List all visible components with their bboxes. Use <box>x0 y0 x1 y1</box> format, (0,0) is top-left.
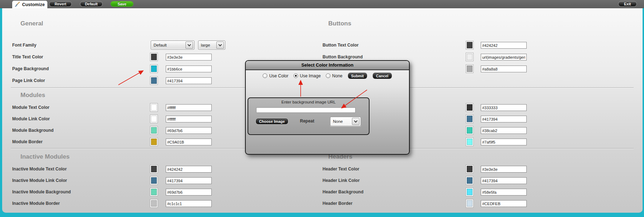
color-swatch[interactable] <box>466 176 474 185</box>
color-swatch[interactable] <box>150 199 158 208</box>
default-button[interactable]: Default <box>80 1 103 7</box>
background-image-url-input[interactable] <box>256 107 356 113</box>
color-swatch[interactable] <box>466 165 474 173</box>
section-heading: Modules <box>20 92 45 99</box>
choose-image-button[interactable]: Choose Image <box>255 118 288 125</box>
submit-button[interactable]: Submit <box>348 72 368 79</box>
swatch-color <box>467 166 473 172</box>
color-swatch[interactable] <box>150 188 158 196</box>
radio-use-image[interactable]: Use Image <box>293 73 321 78</box>
save-button[interactable]: Save <box>111 1 133 7</box>
color-swatch[interactable] <box>150 76 158 85</box>
swatch-color <box>467 139 473 145</box>
hex-input[interactable] <box>481 42 527 49</box>
hex-input[interactable] <box>481 54 527 61</box>
row-label: Header Border <box>323 201 352 206</box>
hex-input[interactable] <box>481 139 527 145</box>
hex-input[interactable] <box>481 66 527 72</box>
row-label: Page Background <box>12 66 49 71</box>
color-swatch[interactable] <box>150 115 158 123</box>
hex-input[interactable] <box>481 189 527 196</box>
hex-input[interactable] <box>166 127 212 134</box>
color-swatch[interactable] <box>466 53 474 61</box>
chevron-down-icon[interactable] <box>185 42 193 49</box>
font-size-select[interactable]: large <box>198 40 225 50</box>
hex-input[interactable] <box>166 66 212 72</box>
font-size-select-value: large <box>198 43 216 47</box>
swatch-color <box>151 189 157 195</box>
hex-input[interactable] <box>481 200 527 207</box>
swatch-color <box>467 200 473 207</box>
customize-screen: Customize Revert Default Save Exit Gener… <box>0 0 644 217</box>
color-swatch[interactable] <box>150 64 158 73</box>
color-swatch[interactable] <box>466 126 474 135</box>
row-label: Header Link Color <box>323 178 359 183</box>
hex-input[interactable] <box>166 200 212 207</box>
row-label: Module Border <box>12 139 43 144</box>
customize-tab[interactable]: Customize <box>12 1 47 8</box>
swatch-color <box>151 104 157 111</box>
url-prompt: Enter background image URL <box>248 100 369 104</box>
chevron-down-icon[interactable] <box>216 42 224 49</box>
font-family-select[interactable]: Default <box>151 40 194 50</box>
radio-label: Use Color <box>269 73 288 78</box>
hex-input[interactable] <box>166 139 212 145</box>
color-swatch[interactable] <box>466 41 474 49</box>
color-swatch[interactable] <box>466 188 474 196</box>
swatch-color <box>151 127 157 134</box>
row-label: Inactive Module Text Color <box>12 167 67 172</box>
radio-circle[interactable] <box>326 73 330 78</box>
revert-button[interactable]: Revert <box>49 1 72 7</box>
hex-input[interactable] <box>166 77 212 84</box>
swatch-color <box>467 54 473 60</box>
cancel-button[interactable]: Cancel <box>372 72 392 79</box>
row-label: Module Link Color <box>12 116 50 121</box>
radio-label: None <box>332 73 343 78</box>
color-swatch[interactable] <box>466 64 474 73</box>
row-label: Font Family <box>12 43 36 48</box>
hex-input[interactable] <box>166 166 212 173</box>
color-swatch[interactable] <box>150 138 158 146</box>
row-label: Module Text Color <box>12 105 50 110</box>
repeat-select[interactable]: None <box>330 117 361 126</box>
swatch-color <box>151 66 157 72</box>
color-swatch[interactable] <box>466 199 474 208</box>
swatch-color <box>467 177 473 184</box>
color-swatch[interactable] <box>150 103 158 112</box>
hex-input[interactable] <box>481 166 527 173</box>
dialog-title: Select Color Information <box>246 61 409 70</box>
hex-input[interactable] <box>481 104 527 111</box>
swatch-color <box>151 177 157 184</box>
exit-button[interactable]: Exit <box>618 1 637 7</box>
image-url-panel: Enter background image URL Choose Image … <box>248 97 370 135</box>
hex-input[interactable] <box>166 189 212 196</box>
row-label: Button Background <box>323 54 363 59</box>
radio-circle[interactable] <box>263 73 267 78</box>
font-family-select-value: Default <box>151 43 185 47</box>
hex-input[interactable] <box>166 177 212 184</box>
color-swatch[interactable] <box>150 165 158 173</box>
radio-none[interactable]: None <box>326 73 343 78</box>
row-label: Title Text Color <box>12 54 43 59</box>
swatch-color <box>467 116 473 122</box>
radio-use-color[interactable]: Use Color <box>263 73 288 78</box>
row-label: Header Background <box>323 189 363 194</box>
color-swatch[interactable] <box>150 126 158 135</box>
color-source-radio-group: Use ColorUse ImageNoneSubmit Cancel <box>246 72 409 79</box>
repeat-select-value: None <box>330 119 352 124</box>
color-swatch[interactable] <box>466 103 474 112</box>
swatch-color <box>151 116 157 122</box>
hex-input[interactable] <box>481 127 527 134</box>
hex-input[interactable] <box>481 177 527 184</box>
color-swatch[interactable] <box>150 176 158 185</box>
hex-input[interactable] <box>166 116 212 122</box>
color-swatch[interactable] <box>150 53 158 61</box>
hex-input[interactable] <box>481 116 527 122</box>
chevron-down-icon[interactable] <box>352 118 359 125</box>
color-swatch[interactable] <box>466 115 474 123</box>
hex-input[interactable] <box>166 104 212 111</box>
hex-input[interactable] <box>166 54 212 61</box>
swatch-color <box>467 104 473 111</box>
radio-circle[interactable] <box>293 73 298 78</box>
color-swatch[interactable] <box>466 138 474 146</box>
